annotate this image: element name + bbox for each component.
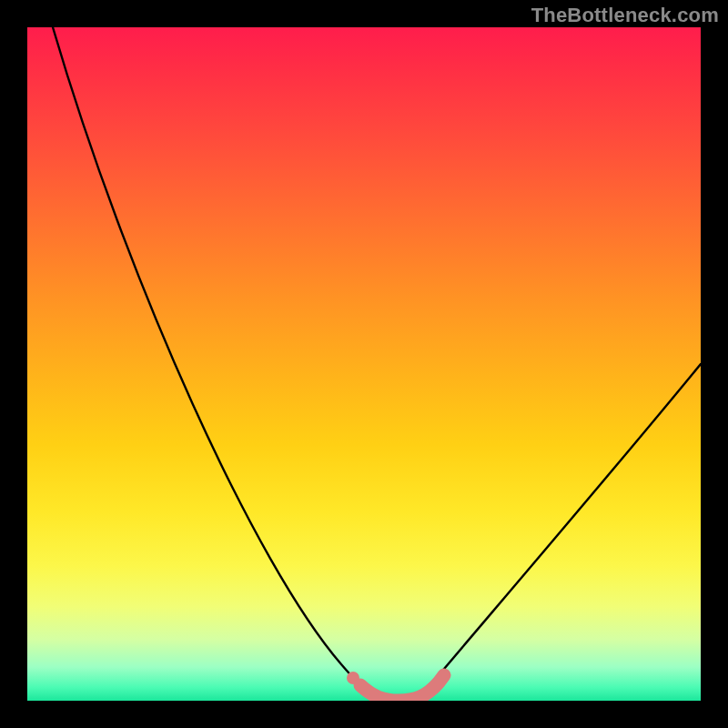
chart-plot-area (27, 27, 701, 701)
chart-frame: TheBottleneck.com (0, 0, 728, 728)
bottleneck-curve (27, 27, 701, 701)
highlight-band-path (360, 675, 444, 701)
curve-path (53, 27, 701, 699)
watermark-text: TheBottleneck.com (531, 4, 719, 27)
